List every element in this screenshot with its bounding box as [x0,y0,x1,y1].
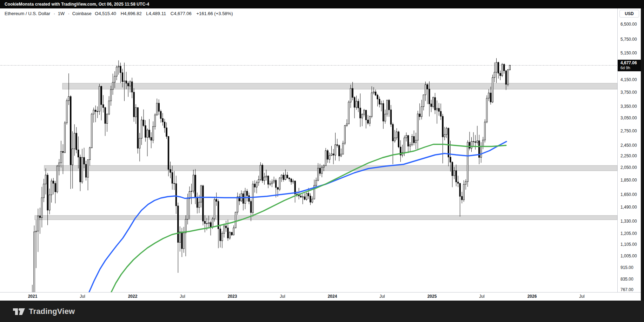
time-axis-label: 2023 [228,294,237,299]
close-value: C4,677.06 [171,11,192,16]
price-axis-label: 1,850.00 [620,178,637,183]
price-axis-label: 1,650.00 [620,192,637,197]
symbol-title[interactable]: Ethereum / U.S. Dollar [5,11,50,16]
price-axis-label: 2,050.00 [620,165,637,170]
price-axis[interactable]: USD 4,677.06 6d 9h 6,500.005,750.005,150… [617,8,641,292]
time-axis-label: 2022 [128,294,138,299]
supply-demand-zone [35,216,617,220]
price-axis-label: 4,150.00 [620,77,637,82]
open-value: O4,515.40 [95,11,116,16]
interval-label[interactable]: 1W [58,11,65,16]
change-value: +161.66 (+3.58%) [196,11,233,16]
price-axis-label: 1,205.00 [620,231,637,236]
tradingview-wordmark: TradingView [29,307,75,316]
currency-toggle-button[interactable]: USD [619,10,639,18]
time-axis-label: 2026 [527,294,537,299]
time-axis-label: Jul [80,294,85,299]
supply-demand-zone [44,165,617,171]
price-axis-label: 6,500.00 [620,22,637,27]
tradingview-logo[interactable]: TradingView [13,305,75,317]
time-axis-label: Jul [180,294,185,299]
supply-demand-zone [62,83,617,89]
price-axis-label: 5,750.00 [620,37,637,42]
time-axis-label: 2024 [328,294,337,299]
legend-separator: · [68,11,69,16]
price-axis-label: 2,450.00 [620,143,637,148]
tradingview-logo-icon [13,305,25,317]
legend-separator: · [54,11,55,16]
price-axis-label: 3,750.00 [620,90,637,95]
time-axis-label: Jul [479,294,484,299]
price-axis-label: 915.00 [620,265,633,270]
right-margin [641,8,644,301]
time-axis-label: 2021 [28,294,38,299]
price-axis-label: 1,105.00 [620,242,637,247]
price-axis-label: 3,050.00 [620,116,637,120]
low-value: L4,489.11 [146,11,166,16]
time-axis-label: 2025 [427,294,437,299]
price-axis-label: 835.00 [620,277,633,282]
price-axis-label: 2,750.00 [620,129,637,133]
last-price-value: 4,677.06 [620,60,641,66]
price-axis-label: 1,005.00 [620,254,637,258]
time-axis-label: Jul [280,294,285,299]
price-axis-label: 2,250.00 [620,153,637,158]
attribution-bar: CookieMonsta created with TradingView.co… [0,0,644,8]
tradingview-snapshot: CookieMonsta created with TradingView.co… [0,0,644,322]
high-value: H4,696.82 [121,11,142,16]
footer-bar: TradingView [0,301,644,322]
price-axis-label: 5,150.00 [620,51,637,55]
price-axis-label: 1,330.00 [620,219,637,224]
chart-panel[interactable]: Ethereum / U.S. Dollar · 1W · Coinbase O… [0,8,641,301]
price-axis-label: 3,350.00 [620,104,637,109]
time-axis-label: Jul [379,294,385,299]
bar-countdown: 6d 9h [620,66,641,70]
exchange-label: Coinbase [72,11,92,16]
last-price-label: 4,677.06 6d 9h [618,60,641,71]
candlestick-plot[interactable] [0,8,617,292]
attribution-text: CookieMonsta created with TradingView.co… [5,2,149,7]
price-axis-label: 1,490.00 [620,205,637,210]
time-axis-label: Jul [579,294,584,299]
time-axis[interactable]: 2021Jul2022Jul2023Jul2024Jul2025Jul2026J… [0,292,641,301]
price-axis-label: 767.00 [620,287,633,292]
symbol-legend[interactable]: Ethereum / U.S. Dollar · 1W · Coinbase O… [5,11,233,18]
